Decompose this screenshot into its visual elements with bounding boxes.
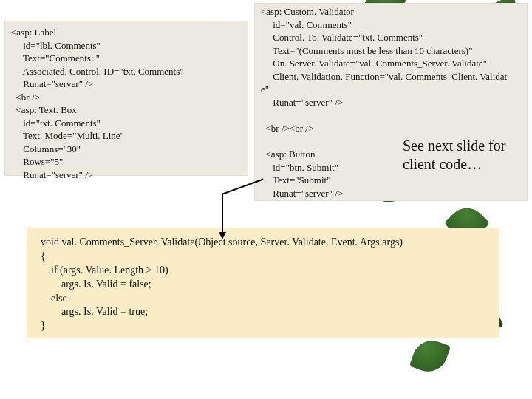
code-block-server-validate: void val. Comments_Server. Validate(Obje… <box>27 228 499 338</box>
arrow-connector <box>222 194 223 238</box>
code-block-label-textbox: <asp: Label id="lbl. Comments" Text="Com… <box>4 21 248 176</box>
code-text: <asp: Label id="lbl. Comments" Text="Com… <box>11 26 242 182</box>
code-block-validator-button: <asp: Custom. Validator id="val. Comment… <box>254 3 528 201</box>
note-text: See next slide for client code… <box>403 137 514 174</box>
code-text: void val. Comments_Server. Validate(Obje… <box>41 236 485 333</box>
